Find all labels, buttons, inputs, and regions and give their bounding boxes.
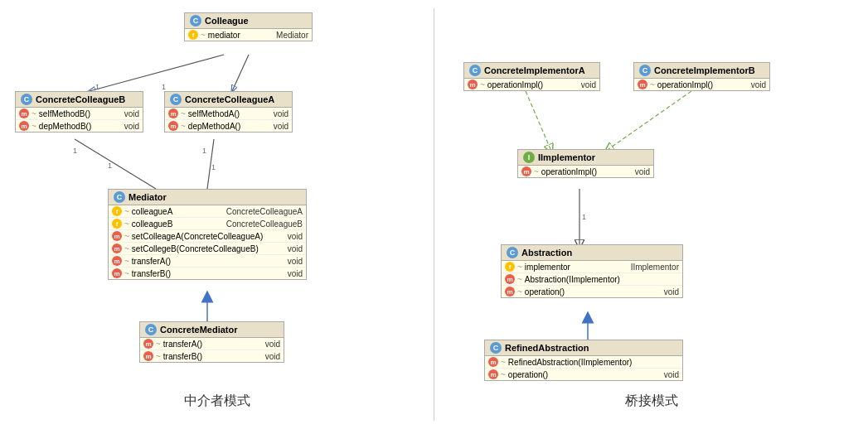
class-name-ccb: ConcreteColleagueB [36, 94, 125, 104]
field-icon: f [112, 206, 122, 216]
method-icon: m [112, 256, 122, 266]
class-name-colleague: Colleague [205, 16, 249, 26]
svg-text:1: 1 [162, 83, 166, 91]
diagrams-container: 1 1 1 1 1 1 [0, 0, 868, 429]
class-icon-ii: I [523, 152, 535, 163]
svg-text:1: 1 [95, 83, 99, 91]
method-icon: m [168, 108, 178, 118]
method-icon: m [19, 121, 29, 131]
class-icon-colleague: C [190, 15, 201, 27]
class-mediator: C Mediator f ~ colleagueA ConcreteCollea… [108, 189, 307, 280]
class-colleague: C Colleague f ~ mediator Mediator [184, 12, 313, 41]
class-icon-ra: C [490, 342, 502, 354]
method-icon: m [468, 80, 478, 89]
class-concrete-impl-b: C ConcreteImplementorB m ~ operationImpl… [633, 62, 770, 91]
class-concrete-mediator: C ConcreteMediator m ~ transferA() void … [139, 321, 284, 363]
method-icon: m [488, 357, 498, 367]
svg-line-12 [609, 91, 691, 149]
class-refined-abstraction: C RefinedAbstraction m ~ RefinedAbstract… [484, 340, 683, 381]
class-abstraction: C Abstraction f ~ implementor IImplement… [501, 244, 683, 298]
svg-text:1: 1 [73, 147, 77, 155]
method-icon: m [112, 268, 122, 278]
class-icon-abs: C [507, 247, 518, 258]
class-name-ra: RefinedAbstraction [505, 343, 589, 353]
class-icon-cib: C [639, 65, 651, 76]
svg-text:1: 1 [108, 161, 112, 170]
svg-text:1: 1 [202, 147, 206, 155]
method-icon: m [638, 80, 647, 89]
svg-text:1: 1 [211, 163, 216, 171]
right-diagram: 1 C ConcreteImplementorA m ~ operationIm… [434, 8, 868, 421]
svg-line-2 [75, 139, 156, 189]
svg-line-4 [207, 139, 214, 189]
class-name-cia: ConcreteImplementorA [484, 65, 585, 75]
field-icon: f [112, 219, 122, 229]
method-icon: m [505, 287, 515, 296]
method-icon: m [143, 351, 153, 361]
class-icon-cm: C [145, 324, 157, 335]
class-name-abs: Abstraction [521, 248, 572, 258]
class-icon-mediator: C [114, 191, 125, 203]
field-icon: f [505, 262, 515, 272]
class-name-mediator: Mediator [129, 192, 167, 202]
method-icon: m [112, 231, 122, 241]
method-icon: m [521, 166, 531, 176]
right-diagram-title: 桥接模式 [434, 386, 868, 417]
svg-line-0 [90, 55, 224, 91]
class-icon-ccb: C [21, 94, 32, 105]
svg-text:1: 1 [582, 213, 586, 221]
method-icon: m [19, 108, 29, 118]
method-icon: m [168, 121, 178, 131]
method-icon: m [488, 369, 498, 379]
svg-line-11 [526, 91, 550, 149]
method-icon: m [112, 243, 122, 253]
class-concrete-colleague-b: C ConcreteColleagueB m ~ selfMethodB() v… [15, 91, 143, 133]
field-icon: f [188, 30, 198, 40]
left-diagram-title: 中介者模式 [0, 386, 434, 417]
class-iimplementor: I IImplementor m ~ operationImpl() void [517, 149, 654, 178]
method-icon: m [505, 274, 515, 284]
method-icon: m [143, 339, 153, 349]
class-concrete-impl-a: C ConcreteImplementorA m ~ operationImpl… [463, 62, 600, 91]
class-name-cib: ConcreteImplementorB [654, 65, 755, 75]
class-name-cm: ConcreteMediator [160, 325, 238, 335]
class-icon-cca: C [170, 94, 182, 105]
class-concrete-colleague-a: C ConcreteColleagueA m ~ selfMethodA() v… [164, 91, 293, 133]
class-icon-cia: C [469, 65, 481, 76]
svg-line-1 [232, 55, 249, 91]
class-name-cca: ConcreteColleagueA [185, 94, 274, 104]
class-name-ii: IImplementor [538, 152, 595, 162]
left-diagram: 1 1 1 1 1 1 [0, 8, 434, 421]
